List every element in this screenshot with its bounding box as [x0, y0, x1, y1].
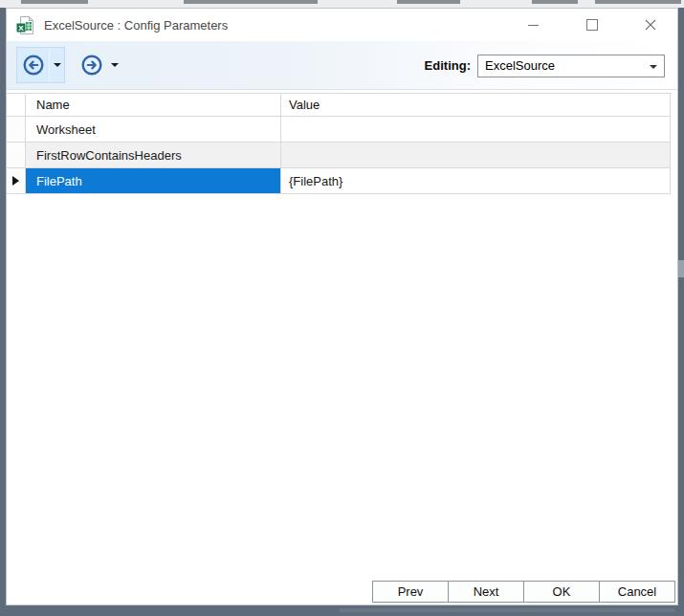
table-row-selected[interactable]: FilePath {FilePath} — [7, 168, 672, 194]
prev-button[interactable]: Prev — [372, 581, 449, 603]
ok-button[interactable]: OK — [523, 581, 600, 603]
parameters-grid: Name Value Worksheet FirstRowContainsHea… — [7, 93, 672, 194]
maximize-icon — [586, 19, 598, 31]
value-cell[interactable] — [281, 117, 671, 143]
window-controls — [496, 9, 672, 41]
maximize-button[interactable] — [570, 9, 613, 41]
minimize-icon — [528, 25, 539, 26]
name-cell-selected[interactable]: FilePath — [26, 168, 281, 194]
row-header-cell[interactable] — [7, 143, 26, 168]
value-cell[interactable] — [281, 143, 671, 168]
forward-split-button[interactable] — [75, 47, 122, 83]
table-row[interactable]: Worksheet — [7, 117, 672, 143]
row-header-column — [7, 94, 26, 117]
name-cell[interactable]: FirstRowContainsHeaders — [26, 143, 281, 168]
table-row[interactable]: FirstRowContainsHeaders — [7, 143, 672, 168]
grid-header-row: Name Value — [7, 93, 672, 117]
row-header-cell[interactable] — [7, 117, 26, 143]
circle-arrow-left-icon — [22, 54, 45, 77]
background-window-right-accent — [678, 260, 684, 277]
circle-arrow-right-icon — [80, 54, 103, 77]
window-title: ExcelSource : Config Parameters — [44, 18, 228, 33]
row-header-cell[interactable] — [7, 168, 26, 194]
footer-button-bar: Prev Next OK Cancel — [373, 581, 675, 603]
current-row-indicator-icon — [12, 176, 19, 186]
background-window-right-strip — [678, 8, 684, 616]
editing-combobox-value: ExcelSource — [485, 58, 555, 73]
close-icon — [645, 19, 656, 31]
chevron-down-icon — [650, 65, 657, 69]
name-cell[interactable]: Worksheet — [26, 117, 281, 143]
background-window-bottom-accent — [340, 608, 674, 612]
close-button[interactable] — [629, 9, 672, 41]
excel-file-icon: X — [15, 15, 35, 35]
value-cell[interactable]: {FilePath} — [281, 168, 671, 194]
minimize-button[interactable] — [512, 9, 555, 41]
back-split-button[interactable] — [16, 47, 65, 83]
column-header-name[interactable]: Name — [26, 94, 281, 117]
chevron-down-icon — [111, 63, 119, 67]
background-window-fragment — [397, 0, 460, 4]
background-window-top-strip — [0, 0, 684, 8]
editing-label: Editing: — [425, 58, 471, 73]
column-header-value[interactable]: Value — [281, 94, 671, 117]
editing-combobox[interactable]: ExcelSource — [477, 55, 665, 77]
config-parameters-dialog: X ExcelSource : Config Parameters — [6, 8, 678, 605]
screen: X ExcelSource : Config Parameters — [0, 0, 684, 616]
editing-section: Editing: ExcelSource — [425, 41, 665, 90]
svg-text:X: X — [18, 23, 24, 32]
cancel-button[interactable]: Cancel — [599, 581, 675, 603]
forward-button[interactable] — [76, 54, 107, 77]
background-window-fragment — [184, 0, 318, 4]
back-button[interactable] — [17, 54, 49, 77]
titlebar: X ExcelSource : Config Parameters — [7, 9, 677, 41]
background-window-fragment — [595, 0, 681, 4]
background-window-fragment — [532, 0, 578, 4]
next-button[interactable]: Next — [448, 581, 524, 603]
forward-dropdown-button[interactable] — [107, 48, 121, 82]
background-window-fragment — [21, 0, 88, 4]
back-dropdown-button[interactable] — [49, 48, 64, 82]
chevron-down-icon — [54, 63, 61, 67]
